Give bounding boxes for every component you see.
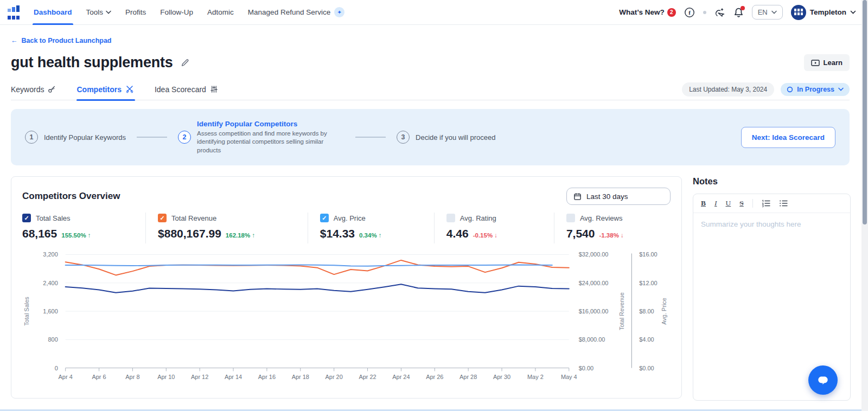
total-sales-checkbox[interactable] bbox=[22, 214, 31, 222]
ordered-list-button[interactable] bbox=[762, 200, 770, 207]
svg-text:2,400: 2,400 bbox=[43, 280, 58, 286]
facebook-icon[interactable]: f bbox=[684, 7, 695, 18]
svg-text:$16,000.00: $16,000.00 bbox=[579, 308, 609, 314]
svg-text:Apr 4: Apr 4 bbox=[59, 374, 73, 380]
notes-input[interactable]: Summarize your thoughts here bbox=[693, 213, 850, 392]
metric-label: Total Sales bbox=[36, 214, 71, 222]
page-title: gut health supplements bbox=[11, 54, 173, 71]
chat-bubble-icon bbox=[816, 373, 830, 387]
tab-idea-scorecard[interactable]: Idea Scorecard bbox=[155, 79, 218, 100]
scrollbar-thumb[interactable] bbox=[863, 0, 867, 224]
whats-new-link[interactable]: What’s New? 2 bbox=[619, 8, 676, 17]
svg-text:Apr 6: Apr 6 bbox=[92, 374, 106, 380]
toolbar-divider bbox=[752, 199, 753, 208]
metric-value: 68,165 bbox=[22, 227, 57, 240]
metric-label: Avg. Price bbox=[334, 214, 366, 222]
chat-widget-button[interactable] bbox=[808, 365, 838, 395]
svg-text:Apr 28: Apr 28 bbox=[459, 374, 477, 380]
title-row: gut health supplements Learn bbox=[11, 54, 850, 71]
svg-text:May 4: May 4 bbox=[561, 374, 577, 380]
main-nav: Dashboard Tools Profits Follow-Up Adtomi… bbox=[34, 0, 344, 25]
step-connector bbox=[137, 137, 167, 138]
step-3[interactable]: 3 Decide if you will proceed bbox=[397, 131, 495, 144]
main-row: Competitors Overview Last 30 days Total … bbox=[11, 176, 850, 401]
user-menu[interactable]: Templeton bbox=[791, 5, 856, 20]
svg-text:$12.00: $12.00 bbox=[639, 280, 657, 286]
language-selector[interactable]: EN bbox=[752, 5, 783, 20]
svg-text:Apr 24: Apr 24 bbox=[392, 374, 410, 380]
svg-text:$8.00: $8.00 bbox=[639, 308, 654, 314]
nav-item-tools[interactable]: Tools bbox=[86, 0, 112, 25]
notifications-bell-icon[interactable] bbox=[733, 7, 744, 18]
edit-title-icon[interactable] bbox=[181, 58, 190, 67]
svg-text:Apr 16: Apr 16 bbox=[258, 374, 276, 380]
bullet-list-button[interactable] bbox=[779, 200, 788, 207]
svg-text:Apr 18: Apr 18 bbox=[292, 374, 309, 380]
back-link[interactable]: ← Back to Product Launchpad bbox=[11, 37, 112, 44]
svg-text:Apr 22: Apr 22 bbox=[359, 374, 376, 380]
strikethrough-button[interactable]: S bbox=[739, 199, 744, 208]
competitors-overview-card: Competitors Overview Last 30 days Total … bbox=[11, 176, 682, 399]
svg-text:800: 800 bbox=[48, 336, 58, 343]
svg-text:May 2: May 2 bbox=[527, 374, 544, 380]
nav-item-follow-up[interactable]: Follow-Up bbox=[160, 0, 193, 25]
metric-delta: 0.34% bbox=[359, 232, 382, 239]
step-2[interactable]: 2 Identify Popular Competitors Assess co… bbox=[178, 120, 344, 155]
total-revenue-checkbox[interactable] bbox=[158, 214, 167, 222]
step-1[interactable]: 1 Identify Popular Keywords bbox=[25, 131, 126, 144]
tab-keywords[interactable]: Keywords bbox=[11, 79, 56, 100]
svg-text:Apr 20: Apr 20 bbox=[326, 374, 343, 380]
page-scrollbar[interactable] bbox=[861, 0, 868, 411]
top-nav: Dashboard Tools Profits Follow-Up Adtomi… bbox=[0, 0, 868, 25]
chevron-down-icon bbox=[838, 87, 844, 91]
tabs-row: Keywords Competitors Idea Scorecard Last… bbox=[11, 79, 850, 100]
user-name: Templeton bbox=[810, 8, 846, 16]
svg-text:$16.00: $16.00 bbox=[639, 251, 657, 258]
next-idea-scorecard-button[interactable]: Next: Idea Scorecard bbox=[741, 127, 835, 148]
metric-avg-reviews: Avg. Reviews 7,540 -1.38% bbox=[554, 213, 671, 243]
status-dropdown[interactable]: In Progress bbox=[781, 83, 850, 96]
competitors-chart: 08001,6002,4003,200Apr 4Apr 6Apr 8Apr 10… bbox=[22, 248, 671, 387]
svg-text:Apr 10: Apr 10 bbox=[157, 374, 175, 380]
nav-item-managed-refund-service[interactable]: Managed Refund Service ✦ bbox=[248, 0, 344, 25]
nav-item-adtomic[interactable]: Adtomic bbox=[207, 0, 234, 25]
nav-item-profits[interactable]: Profits bbox=[125, 0, 146, 25]
bold-button[interactable]: B bbox=[701, 199, 706, 208]
metric-delta: 162.18% bbox=[226, 232, 255, 239]
brand-logo-icon[interactable] bbox=[8, 5, 20, 20]
avg-reviews-checkbox[interactable] bbox=[566, 214, 575, 222]
learn-button[interactable]: Learn bbox=[804, 54, 850, 71]
metrics-row: Total Sales 68,165 155.50% Total Revenue bbox=[22, 213, 671, 243]
metric-value: $14.33 bbox=[320, 227, 355, 240]
metric-value: $880,167.99 bbox=[158, 227, 221, 240]
logo-base bbox=[8, 13, 20, 20]
progress-circle-icon bbox=[787, 86, 793, 93]
italic-button[interactable]: I bbox=[714, 199, 717, 208]
svg-text:Total Revenue: Total Revenue bbox=[618, 292, 625, 330]
magic-pointer-icon[interactable] bbox=[714, 7, 725, 18]
metric-delta: 155.50% bbox=[61, 232, 91, 239]
avg-price-checkbox[interactable] bbox=[320, 214, 329, 222]
svg-text:3,200: 3,200 bbox=[43, 251, 58, 258]
metric-value: 7,540 bbox=[566, 227, 595, 240]
nav-item-dashboard[interactable]: Dashboard bbox=[34, 0, 72, 25]
metric-delta: -0.15% bbox=[473, 232, 497, 239]
tab-competitors[interactable]: Competitors bbox=[76, 79, 133, 100]
svg-text:Total Sales: Total Sales bbox=[23, 297, 30, 326]
avg-rating-checkbox[interactable] bbox=[446, 214, 455, 222]
step-1-title: Identify Popular Keywords bbox=[44, 133, 126, 142]
last-updated-badge: Last Updated: May 3, 2024 bbox=[682, 82, 774, 97]
app-root: Dashboard Tools Profits Follow-Up Adtomi… bbox=[0, 0, 868, 411]
step-3-title: Decide if you will proceed bbox=[416, 133, 495, 142]
date-range-dropdown[interactable]: Last 30 days bbox=[566, 188, 671, 205]
step-2-description: Assess competition and find more keyword… bbox=[197, 130, 344, 155]
notes-toolbar: B I U S bbox=[693, 194, 850, 213]
step-2-title: Identify Popular Competitors bbox=[197, 120, 344, 128]
sparkle-icon: ✦ bbox=[334, 7, 344, 17]
svg-text:$8,000.00: $8,000.00 bbox=[579, 336, 605, 343]
underline-button[interactable]: U bbox=[726, 199, 731, 208]
line-chart[interactable]: 08001,6002,4003,200Apr 4Apr 6Apr 8Apr 10… bbox=[22, 248, 671, 384]
metric-label: Avg. Reviews bbox=[580, 214, 623, 222]
step-3-number: 3 bbox=[397, 131, 410, 144]
svg-text:Apr 12: Apr 12 bbox=[191, 374, 208, 380]
